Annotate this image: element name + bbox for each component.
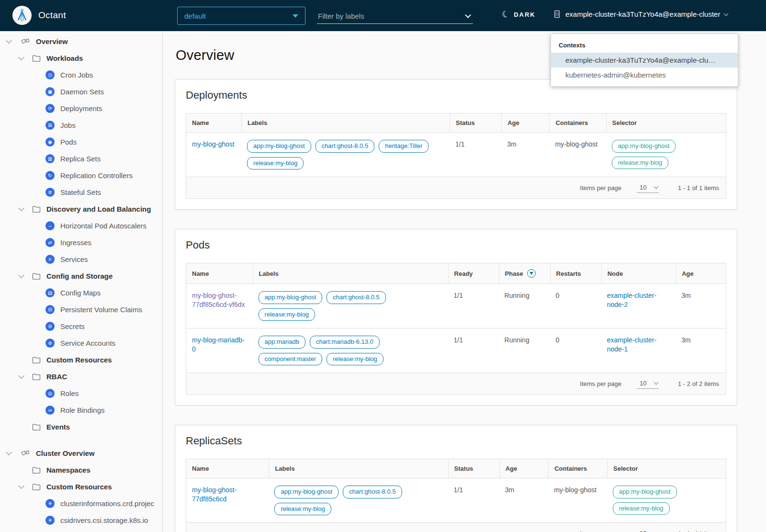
sidebar-item-custom-resources[interactable]: Custom Resources <box>0 478 162 495</box>
folder-icon <box>32 466 41 474</box>
label-pill[interactable]: chart:mariadb-6.13.0 <box>310 336 380 349</box>
sidebar-item-services[interactable]: ≡Services <box>0 251 162 268</box>
sidebar-item-config-maps[interactable]: ▤Config Maps <box>0 284 162 301</box>
label-pill[interactable]: chart:ghost-8.0.5 <box>315 140 375 153</box>
sidebar-item-events[interactable]: Events <box>0 419 162 435</box>
filter-by-labels-input[interactable]: Filter by labels <box>317 9 473 24</box>
resource-link[interactable]: my-blog-ghost-77df85c6cd <box>192 486 237 503</box>
replicasets-table: NameLabelsStatusAgeContainersSelectormy-… <box>186 459 726 532</box>
chevron-down-icon[interactable] <box>18 205 24 211</box>
page-size-select[interactable]: 10 <box>637 529 659 532</box>
resource-link[interactable]: my-blog-mariadb-0 <box>192 336 245 353</box>
table-cell: my-blog-ghost <box>549 133 606 177</box>
sidebar-item-horizontal-pod-autoscalers[interactable]: ⇔Horizontal Pod Autoscalers <box>0 217 162 234</box>
selector-pill: release:my-blog <box>612 157 669 170</box>
sidebar-item-stateful-sets[interactable]: ≣Stateful Sets <box>0 184 162 201</box>
context-option[interactable]: kubernetes-admin@kubernetes <box>551 68 738 82</box>
label-pill[interactable]: app:my-blog-ghost <box>259 291 323 304</box>
sidebar-item-custom-resources[interactable]: Custom Resources <box>0 351 162 368</box>
context-option[interactable]: example-cluster-ka3TuTzYo4a@example-clu… <box>551 53 738 68</box>
pods-table: NameLabelsReadyPhaseRestartsNodeAgemy-bl… <box>186 263 726 395</box>
page-size-select[interactable]: 10 <box>637 379 659 389</box>
pvc-icon: ⊟ <box>45 305 55 314</box>
context-switcher-button[interactable]: example-cluster-ka3TuTzYo4a@example-clus… <box>553 10 728 18</box>
label-pill[interactable]: release:my-blog <box>327 353 383 366</box>
chevron-down-icon[interactable] <box>18 483 24 489</box>
sidebar-item-clusterinformations-crd-projec[interactable]: ✳clusterinformations.crd.projec <box>0 495 162 512</box>
theme-toggle-label: DARK <box>514 11 536 18</box>
labels-list: app:mariadbchart:mariadb-6.13.0component… <box>259 336 442 365</box>
sidebar-item-config-and-storage[interactable]: Config and Storage <box>0 268 162 284</box>
resource-link[interactable]: my-blog-ghost-77df85c6cd-vf6dx <box>192 292 245 308</box>
crd-icon: ✳ <box>45 499 55 508</box>
sidebar-item-cron-jobs[interactable]: ◷Cron Jobs <box>0 67 162 83</box>
column-header-label: Age <box>507 119 519 126</box>
items-per-page-label: Items per page <box>580 530 621 532</box>
chevron-down-icon[interactable] <box>18 54 24 60</box>
secrets-icon: ⊘ <box>45 322 55 331</box>
label-pill[interactable]: component:master <box>259 353 323 366</box>
theme-toggle-button[interactable]: ☾ DARK <box>502 10 536 19</box>
label-pill[interactable]: chart:ghost-8.0.5 <box>343 486 402 498</box>
resource-link[interactable]: my-blog-ghost <box>192 140 235 148</box>
sidebar-item-discovery-and-load-balancing[interactable]: Discovery and Load Balancing <box>0 201 162 217</box>
sidebar-item-role-bindings[interactable]: ∞Role Bindings <box>0 402 162 419</box>
objects-icon <box>21 37 30 46</box>
cell-text: Running <box>505 292 529 299</box>
main-content: Overview DeploymentsNameLabelsStatusAgeC… <box>163 31 766 532</box>
sidebar-item-label: Custom Resources <box>46 483 112 491</box>
sidebar-item-cluster-overview[interactable]: Cluster Overview <box>0 445 162 462</box>
sidebar-item-overview[interactable]: Overview <box>0 33 162 50</box>
chevron-down-icon[interactable] <box>18 272 24 278</box>
crd-icon: ✳ <box>45 516 55 525</box>
label-pill[interactable]: release:my-blog <box>274 503 331 516</box>
chevron-down-icon[interactable] <box>6 449 12 455</box>
sidebar-item-deployments[interactable]: ⟳Deployments <box>0 100 162 117</box>
table-row: my-blog-ghost-77df85c6cd-vf6dxapp:my-blo… <box>186 284 726 328</box>
sidebar-item-secrets[interactable]: ⊘Secrets <box>0 318 162 335</box>
chevron-down-icon[interactable] <box>465 12 471 18</box>
column-header-label: Labels <box>275 465 294 472</box>
sidebar-item-rbac[interactable]: RBAC <box>0 368 162 385</box>
chevron-down-icon[interactable] <box>18 373 24 379</box>
sidebar-item-persistent-volume-claims[interactable]: ⊟Persistent Volume Claims <box>0 301 162 318</box>
deployments-table: NameLabelsStatusAgeContainersSelectormy-… <box>186 113 726 199</box>
table-cell: app:my-blog-ghostrelease:my-blog <box>607 478 726 522</box>
column-header-label: Labels <box>259 270 279 277</box>
folder-icon <box>32 55 41 62</box>
filter-placeholder: Filter by labels <box>317 12 466 20</box>
service-accounts-icon: ⊚ <box>45 339 55 348</box>
pagination-range: 1 - 1 of 1 items <box>678 530 719 532</box>
sidebar-item-pods[interactable]: ◉Pods <box>0 134 162 150</box>
sidebar-item-daemon-sets[interactable]: ▣Daemon Sets <box>0 83 162 100</box>
sidebar-item-ingresses[interactable]: ⇄Ingresses <box>0 234 162 251</box>
sidebar-item-replication-controllers[interactable]: ↻Replication Controllers <box>0 167 162 184</box>
page-size-select[interactable]: 10 <box>637 183 659 193</box>
filter-icon[interactable] <box>527 269 536 278</box>
table-cell: 0 <box>550 328 601 373</box>
sidebar-item-namespaces[interactable]: Namespaces <box>0 462 162 478</box>
column-header-labels: Labels <box>269 459 448 478</box>
table-cell: app:my-blog-ghostchart:ghost-8.0.5releas… <box>269 478 448 522</box>
sidebar-item-label: Persistent Volume Claims <box>60 306 142 314</box>
resource-link[interactable]: example-cluster-node-2 <box>607 292 656 308</box>
sidebar-item-jobs[interactable]: ⊞Jobs <box>0 117 162 134</box>
label-pill[interactable]: app:my-blog-ghost <box>247 140 311 153</box>
resource-link[interactable]: example-cluster-node-1 <box>607 336 656 353</box>
ingresses-icon: ⇄ <box>45 238 55 247</box>
table-cell: 1/1 <box>448 328 499 373</box>
label-pill[interactable]: release:my-blog <box>247 157 304 170</box>
sidebar-item-workloads[interactable]: Workloads <box>0 50 162 67</box>
sidebar-item-replica-sets[interactable]: ▥Replica Sets <box>0 150 162 167</box>
sidebar-item-service-accounts[interactable]: ⊚Service Accounts <box>0 335 162 351</box>
label-pill[interactable]: chart:ghost-8.0.5 <box>327 291 386 304</box>
label-pill[interactable]: release:my-blog <box>259 308 315 321</box>
chevron-down-icon[interactable] <box>6 37 12 44</box>
label-pill[interactable]: app:mariadb <box>259 336 305 349</box>
label-pill[interactable]: heritage:Tiller <box>379 140 428 153</box>
label-pill[interactable]: app:my-blog-ghost <box>274 486 338 498</box>
sidebar-item-roles[interactable]: ◎Roles <box>0 385 162 402</box>
sidebar-item-csidrivers-csi-storage-k8s-io[interactable]: ✳csidrivers.csi.storage.k8s.io <box>0 512 162 529</box>
column-header-status: Status <box>448 459 499 478</box>
namespace-select[interactable]: default <box>177 7 305 25</box>
